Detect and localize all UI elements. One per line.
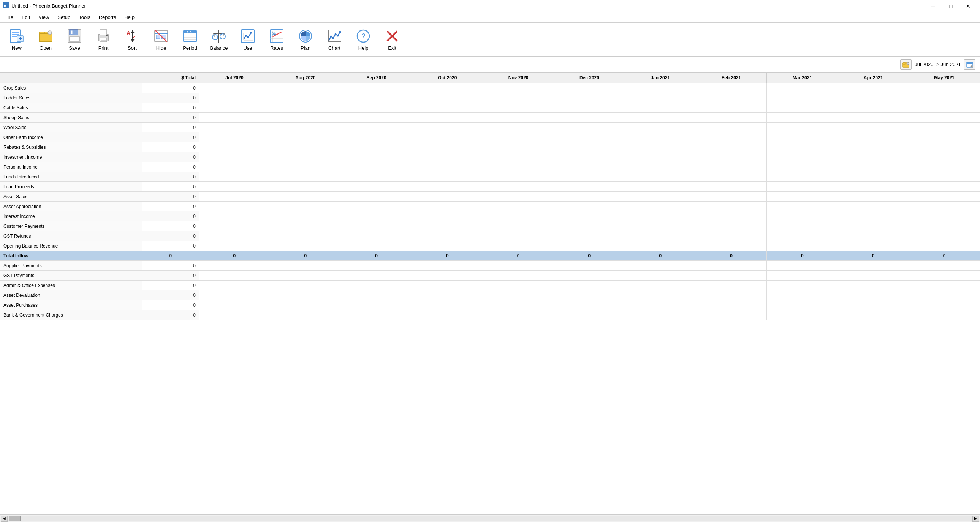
row-month-cell[interactable] [909,132,980,142]
row-total[interactable]: 0 [142,290,199,300]
row-month-cell[interactable] [199,202,270,211]
row-month-cell[interactable] [412,113,483,123]
table-row[interactable]: Fodder Sales0 [0,93,980,103]
help-button[interactable]: ? Help [350,24,377,55]
row-month-cell[interactable] [199,142,270,152]
row-month-cell[interactable] [767,103,838,113]
table-row[interactable]: Asset Purchases0 [0,300,980,310]
row-month-cell[interactable] [199,83,270,93]
plan-button[interactable]: Plan [292,24,319,55]
scroll-right-button[interactable]: ▶ [972,516,979,522]
open-button[interactable]: i Open [32,24,59,55]
row-month-cell[interactable] [341,162,412,172]
row-month-cell[interactable] [270,310,341,320]
row-month-cell[interactable] [341,93,412,103]
row-month-cell[interactable] [554,231,625,241]
row-total[interactable]: 0 [142,172,199,182]
row-month-cell[interactable] [270,103,341,113]
row-month-cell[interactable] [412,261,483,271]
new-button[interactable]: New [3,24,30,55]
row-month-cell[interactable] [696,162,767,172]
row-total[interactable]: 0 [142,113,199,123]
row-month-cell[interactable] [767,132,838,142]
row-month-cell[interactable] [483,221,554,231]
row-month-cell[interactable] [412,192,483,202]
row-month-cell[interactable] [909,152,980,162]
row-month-cell[interactable] [199,132,270,142]
row-month-cell[interactable] [554,281,625,290]
row-month-cell[interactable] [625,300,696,310]
row-month-cell[interactable] [838,211,909,221]
chart-button[interactable]: Chart [321,24,348,55]
row-month-cell[interactable] [483,172,554,182]
row-total[interactable]: 0 [142,93,199,103]
row-month-cell[interactable] [696,182,767,192]
row-month-cell[interactable] [696,300,767,310]
row-month-cell[interactable] [199,211,270,221]
table-row[interactable]: Asset Devaluation0 [0,290,980,300]
row-month-cell[interactable] [554,103,625,113]
row-total[interactable]: 0 [142,142,199,152]
row-month-cell[interactable] [767,83,838,93]
row-month-cell[interactable] [341,142,412,152]
row-month-cell[interactable] [412,142,483,152]
row-month-cell[interactable] [696,202,767,211]
row-month-cell[interactable] [696,172,767,182]
row-month-cell[interactable] [412,241,483,251]
table-row[interactable]: Opening Balance Revenue0 [0,241,980,251]
table-row[interactable]: Asset Sales0 [0,192,980,202]
row-month-cell[interactable] [838,221,909,231]
row-month-cell[interactable] [483,113,554,123]
row-month-cell[interactable]: 0 [199,251,270,261]
row-month-cell[interactable] [554,261,625,271]
row-month-cell[interactable] [270,281,341,290]
table-row[interactable]: Interest Income0 [0,211,980,221]
row-month-cell[interactable] [838,310,909,320]
row-month-cell[interactable] [412,132,483,142]
row-month-cell[interactable] [341,172,412,182]
rates-button[interactable]: % Rates [263,24,290,55]
row-month-cell[interactable] [341,261,412,271]
row-month-cell[interactable] [696,290,767,300]
row-month-cell[interactable] [199,123,270,132]
hide-button[interactable]: Hide [148,24,175,55]
balance-button[interactable]: Balance [205,24,232,55]
row-total[interactable]: 0 [142,251,199,261]
row-month-cell[interactable]: 0 [270,251,341,261]
row-month-cell[interactable] [483,231,554,241]
row-month-cell[interactable] [199,290,270,300]
row-month-cell[interactable] [199,310,270,320]
row-month-cell[interactable] [696,132,767,142]
row-month-cell[interactable] [696,281,767,290]
row-total[interactable]: 0 [142,103,199,113]
row-month-cell[interactable] [909,113,980,123]
row-month-cell[interactable] [483,310,554,320]
row-month-cell[interactable] [412,93,483,103]
row-month-cell[interactable] [199,261,270,271]
row-month-cell[interactable] [483,152,554,162]
row-month-cell[interactable] [270,202,341,211]
menu-edit[interactable]: Edit [18,13,34,21]
row-month-cell[interactable] [838,231,909,241]
row-month-cell[interactable] [270,290,341,300]
row-month-cell[interactable] [199,162,270,172]
row-month-cell[interactable] [270,152,341,162]
row-month-cell[interactable] [270,261,341,271]
row-month-cell[interactable] [554,123,625,132]
row-month-cell[interactable] [909,142,980,152]
row-month-cell[interactable] [554,132,625,142]
row-month-cell[interactable] [625,261,696,271]
row-month-cell[interactable] [270,93,341,103]
row-month-cell[interactable] [838,123,909,132]
save-button[interactable]: Save [61,24,88,55]
row-month-cell[interactable] [341,281,412,290]
row-month-cell[interactable] [483,271,554,281]
row-month-cell[interactable] [270,271,341,281]
use-button[interactable]: Use [234,24,261,55]
row-month-cell[interactable] [838,192,909,202]
row-month-cell[interactable] [767,290,838,300]
row-month-cell[interactable] [199,231,270,241]
row-month-cell[interactable] [767,202,838,211]
sort-button[interactable]: A Z Sort [119,24,146,55]
row-month-cell[interactable] [838,132,909,142]
